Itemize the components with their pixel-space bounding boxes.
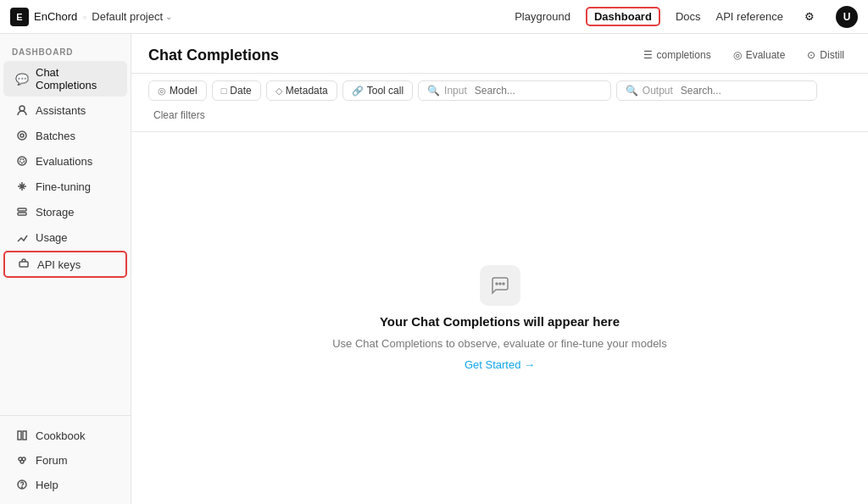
distill-icon: ⊙ (807, 49, 815, 61)
top-nav-right: Playground Dashboard Docs API reference … (515, 6, 858, 28)
usage-icon (15, 230, 29, 244)
output-search-input[interactable] (681, 85, 808, 97)
sidebar-item-storage[interactable]: Storage (3, 200, 127, 224)
completions-icon: ☰ (643, 49, 653, 61)
user-avatar[interactable]: U (836, 6, 858, 28)
main-content: Chat Completions ☰ completions ◎ Evaluat… (131, 34, 868, 504)
svg-point-12 (22, 487, 23, 488)
fine-tuning-icon (15, 180, 29, 193)
evaluations-icon (15, 154, 29, 168)
forum-icon (15, 453, 29, 467)
storage-icon (15, 205, 29, 219)
settings-icon[interactable]: ⚙ (798, 6, 821, 28)
tool-call-filter-btn[interactable]: 🔗 Tool call (342, 80, 413, 101)
project-chevron-icon: ⌄ (165, 12, 172, 21)
content-header: Chat Completions ☰ completions ◎ Evaluat… (131, 34, 868, 74)
sidebar-item-forum[interactable]: Forum (3, 448, 127, 472)
nav-dashboard[interactable]: Dashboard (586, 7, 660, 26)
svg-point-0 (19, 106, 25, 111)
nav-separator: ◦ (82, 10, 86, 24)
cookbook-icon (15, 429, 29, 442)
evaluate-action-btn[interactable]: ◎ Evaluate (726, 46, 793, 64)
nav-docs[interactable]: Docs (676, 10, 701, 23)
empty-state: Your Chat Completions will appear here U… (131, 132, 868, 504)
app-name: EnChord (34, 10, 77, 23)
svg-point-15 (503, 283, 504, 285)
date-filter-btn[interactable]: □ Date (212, 80, 261, 101)
batches-icon (15, 129, 29, 142)
api-keys-icon (17, 258, 31, 271)
svg-point-2 (20, 134, 24, 137)
empty-state-description: Use Chat Completions to observe, evaluat… (332, 337, 667, 350)
svg-rect-7 (19, 262, 28, 267)
svg-point-3 (18, 157, 26, 165)
tool-call-filter-icon: 🔗 (352, 86, 364, 97)
assistants-icon (15, 103, 29, 117)
help-icon (15, 478, 29, 491)
empty-state-title: Your Chat Completions will appear here (380, 314, 620, 329)
metadata-filter-icon: ◇ (275, 86, 282, 97)
distill-action-btn[interactable]: ⊙ Distill (800, 46, 851, 64)
clear-filters-btn[interactable]: Clear filters (148, 106, 210, 125)
svg-rect-6 (18, 213, 26, 215)
sidebar-item-usage[interactable]: Usage (3, 225, 127, 249)
filter-bar: ◎ Model □ Date ◇ Metadata 🔗 Tool call 🔍 … (131, 74, 868, 132)
svg-point-14 (496, 283, 498, 285)
page-title: Chat Completions (148, 47, 279, 64)
evaluate-icon: ◎ (733, 49, 742, 61)
project-name[interactable]: Default project ⌄ (92, 10, 172, 23)
input-search-wrap[interactable]: 🔍 Input (418, 80, 611, 101)
date-filter-icon: □ (221, 86, 227, 96)
svg-point-13 (499, 283, 501, 285)
svg-point-10 (20, 460, 24, 463)
sidebar: DASHBOARD 💬 Chat Completions Assistants … (0, 34, 131, 504)
sidebar-item-evaluations[interactable]: Evaluations (3, 149, 127, 173)
input-search-input[interactable] (475, 85, 602, 97)
top-nav-left: E EnChord ◦ Default project ⌄ (10, 8, 172, 26)
svg-point-4 (20, 159, 25, 163)
metadata-filter-btn[interactable]: ◇ Metadata (266, 80, 337, 101)
top-nav: E EnChord ◦ Default project ⌄ Playground… (0, 0, 868, 34)
sidebar-item-assistants[interactable]: Assistants (3, 98, 127, 122)
model-filter-icon: ◎ (158, 86, 166, 97)
sidebar-section-label: DASHBOARD (0, 41, 131, 60)
get-started-link[interactable]: Get Started → (465, 358, 535, 371)
completions-action-btn[interactable]: ☰ completions (637, 46, 718, 64)
sidebar-item-chat-completions[interactable]: 💬 Chat Completions (3, 61, 127, 97)
svg-rect-5 (18, 208, 26, 211)
chat-completions-icon: 💬 (15, 72, 29, 86)
nav-api-reference[interactable]: API reference (716, 10, 784, 23)
sidebar-item-api-keys[interactable]: API keys (3, 251, 127, 278)
output-search-icon: 🔍 (626, 85, 638, 97)
empty-state-icon (480, 265, 520, 306)
input-search-icon: 🔍 (427, 85, 440, 97)
sidebar-item-help[interactable]: Help (3, 473, 127, 496)
output-search-wrap[interactable]: 🔍 Output (616, 80, 817, 101)
header-actions: ☰ completions ◎ Evaluate ⊙ Distill (637, 46, 851, 64)
sidebar-item-batches[interactable]: Batches (3, 124, 127, 147)
svg-point-1 (18, 131, 26, 140)
nav-playground[interactable]: Playground (515, 10, 570, 23)
app-layout: DASHBOARD 💬 Chat Completions Assistants … (0, 34, 868, 504)
model-filter-btn[interactable]: ◎ Model (148, 80, 207, 101)
sidebar-item-fine-tuning[interactable]: Fine-tuning (3, 174, 127, 198)
app-logo: E (10, 8, 29, 26)
sidebar-bottom: Cookbook Forum Help (0, 415, 131, 497)
sidebar-item-cookbook[interactable]: Cookbook (3, 424, 127, 447)
